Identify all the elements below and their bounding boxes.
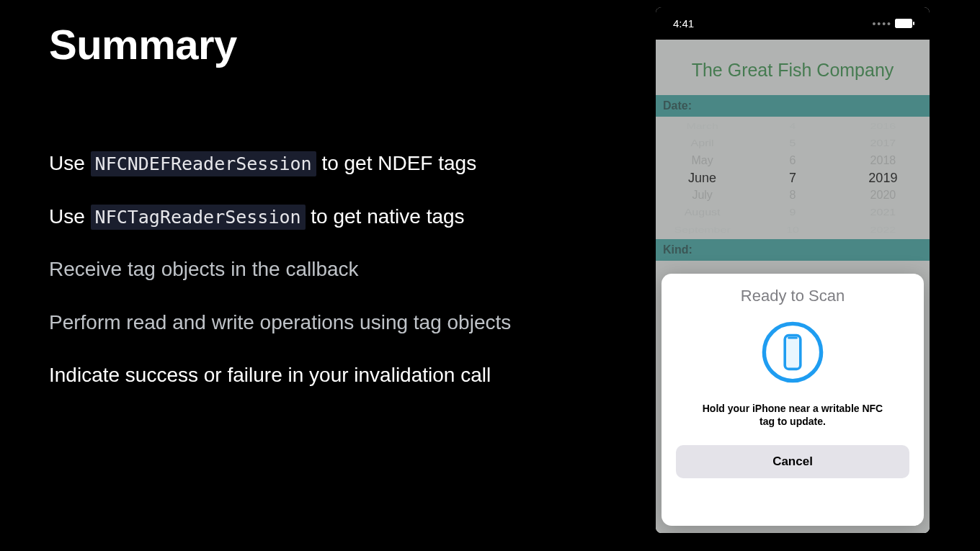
date-picker[interactable]: March April May June July August Septemb… [656, 117, 930, 239]
svg-rect-1 [785, 336, 801, 369]
bullet-text: to get NDEF tags [316, 152, 477, 174]
status-right: •••• [872, 18, 912, 30]
picker-option[interactable]: September [674, 224, 730, 236]
picker-option[interactable]: 8 [790, 187, 796, 204]
bullet-text: Receive tag objects in the callback [49, 258, 359, 280]
picker-option[interactable]: 4 [790, 120, 796, 133]
picker-option[interactable]: 6 [790, 152, 796, 169]
picker-option[interactable]: 2020 [870, 187, 896, 204]
picker-option[interactable]: 9 [790, 205, 796, 220]
slide-title: Summary [49, 20, 237, 68]
picker-option[interactable]: 2021 [870, 205, 896, 220]
picker-option[interactable]: 2018 [870, 152, 896, 169]
bullet-text: Use [49, 152, 91, 174]
battery-icon [895, 19, 912, 28]
picker-option[interactable]: 5 [790, 136, 796, 151]
nfc-sheet-title: Ready to Scan [741, 287, 845, 305]
bullet-text: Use [49, 205, 91, 228]
bullet-text: to get native tags [306, 205, 465, 228]
bullet-text: Indicate success or failure in your inva… [49, 364, 491, 386]
bullet-text: Perform read and write operations using … [49, 311, 511, 333]
picker-option[interactable]: 2016 [870, 120, 896, 133]
picker-col-month[interactable]: March April May June July August Septemb… [657, 117, 747, 239]
section-header-date: Date: [656, 95, 930, 117]
picker-option[interactable]: 2017 [870, 136, 896, 151]
picker-col-day[interactable]: 4 5 6 7 8 9 10 [747, 117, 837, 239]
nfc-scan-sheet: Ready to Scan Hold your iPhone near a wr… [662, 274, 924, 526]
picker-option-selected[interactable]: 2019 [868, 169, 897, 187]
signal-dots-icon: •••• [872, 18, 892, 30]
status-time: 4:41 [673, 17, 694, 30]
picker-option[interactable]: July [692, 187, 712, 204]
nfc-scan-icon [760, 320, 825, 385]
code-span: NFCNDEFReaderSession [91, 151, 316, 176]
bullet-item: Use NFCNDEFReaderSession to get NDEF tag… [49, 151, 625, 176]
app-title: The Great Fish Company [656, 40, 930, 95]
picker-option[interactable]: May [691, 152, 713, 169]
bullet-item: Perform read and write operations using … [49, 310, 625, 335]
bullet-item: Use NFCTagReaderSession to get native ta… [49, 205, 625, 229]
bullet-list: Use NFCNDEFReaderSession to get NDEF tag… [49, 151, 625, 416]
picker-option[interactable]: April [691, 136, 714, 151]
picker-option[interactable]: 10 [786, 224, 799, 236]
picker-col-year[interactable]: 2016 2017 2018 2019 2020 2021 2022 [838, 117, 928, 239]
phone-mockup: 4:41 •••• The Great Fish Company Date: M… [656, 7, 930, 533]
picker-option-selected[interactable]: June [688, 169, 716, 187]
code-span: NFCTagReaderSession [91, 205, 306, 230]
cancel-button[interactable]: Cancel [676, 445, 909, 478]
status-bar: 4:41 •••• [656, 7, 930, 40]
picker-option[interactable]: March [686, 120, 718, 133]
picker-option[interactable]: 2022 [870, 224, 896, 236]
bullet-item: Indicate success or failure in your inva… [49, 363, 625, 388]
bullet-item: Receive tag objects in the callback [49, 257, 625, 282]
nfc-sheet-message: Hold your iPhone near a writable NFC tag… [699, 402, 886, 428]
picker-option[interactable]: August [685, 205, 721, 220]
picker-option-selected[interactable]: 7 [789, 169, 796, 187]
section-header-kind: Kind: [656, 239, 930, 261]
